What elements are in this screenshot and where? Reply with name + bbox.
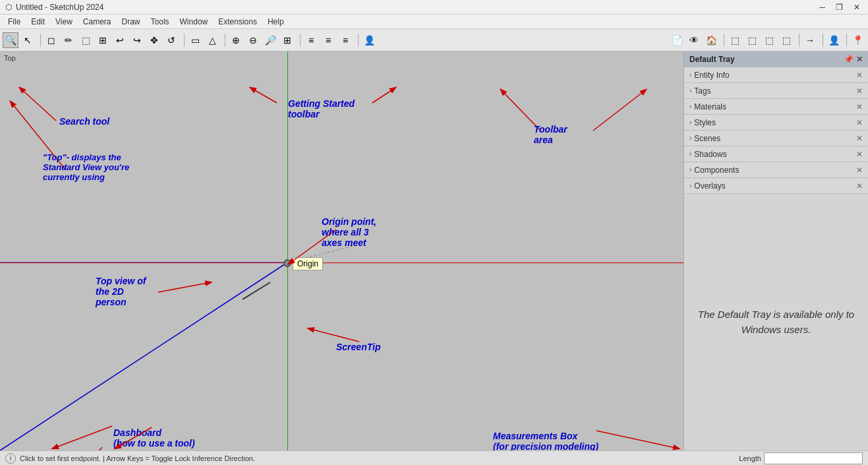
new-doc-button[interactable]: 📄: [669, 32, 685, 48]
menu-help[interactable]: Help: [262, 16, 289, 28]
person-button[interactable]: 👤: [361, 32, 377, 48]
title-bar-right: ─ ❐ ✕: [817, 3, 863, 12]
tray-shadows[interactable]: › Shadows ✕: [684, 146, 868, 162]
search-tool-button[interactable]: 🔍: [3, 32, 18, 48]
info-icon[interactable]: i: [5, 453, 16, 464]
zoom-in-icon: ⊕: [232, 35, 240, 46]
measurements-input[interactable]: [764, 452, 863, 464]
section1-button[interactable]: ⊞: [279, 32, 295, 48]
zoom-out-button[interactable]: ⊖: [245, 32, 261, 48]
chevron-right-icon-5: ›: [689, 135, 691, 142]
toolbar-separator-3: [223, 34, 225, 47]
tray-tags-close[interactable]: ✕: [856, 86, 863, 96]
pushpull-icon: ⊞: [99, 35, 107, 46]
rotate-button[interactable]: ↺: [163, 32, 179, 48]
tray-close-button[interactable]: ✕: [856, 55, 863, 64]
arrow-icon: →: [805, 35, 815, 46]
screentip-label: ScreenTip: [336, 342, 380, 352]
person-icon: 👤: [364, 35, 375, 46]
tray-overlays[interactable]: › Overlays ✕: [684, 178, 868, 194]
canvas-area[interactable]: Top Origin: [0, 51, 683, 450]
box4-icon: ⬚: [782, 35, 791, 46]
layer1-button[interactable]: ≡: [303, 32, 319, 48]
svg-line-19: [596, 431, 679, 449]
pencil-button[interactable]: ✏: [61, 32, 76, 48]
box1-button[interactable]: ⬚: [727, 32, 743, 48]
tray-components-close[interactable]: ✕: [856, 166, 863, 175]
arrow-button[interactable]: →: [802, 32, 818, 48]
menu-window[interactable]: Window: [175, 16, 214, 28]
tray-info-text: The Default Tray is available only to Wi…: [684, 194, 868, 450]
tray-pin-button[interactable]: 📌: [844, 55, 854, 64]
tray-scenes-close[interactable]: ✕: [856, 134, 863, 143]
zoom-window-button[interactable]: 🔎: [262, 32, 278, 48]
status-text: Click to set first endpoint. | Arrow Key…: [20, 454, 739, 462]
view-button[interactable]: 👁: [686, 32, 702, 48]
pin-button[interactable]: 📍: [850, 32, 865, 48]
chevron-right-icon-7: ›: [689, 166, 691, 173]
layer2-button[interactable]: ≡: [320, 32, 336, 48]
select-icon: ↖: [24, 35, 32, 46]
toolbar-separator-5: [356, 34, 359, 47]
box4-button[interactable]: ⬚: [778, 32, 794, 48]
box2-button[interactable]: ⬚: [744, 32, 760, 48]
tray-section-styles-label: Styles: [694, 118, 716, 127]
svg-line-13: [308, 328, 359, 342]
redo-button[interactable]: ↪: [129, 32, 145, 48]
origin-screentip: Origin: [293, 257, 323, 270]
toolbar-area-label: Toolbararea: [534, 124, 567, 145]
tray-styles[interactable]: › Styles ✕: [684, 115, 868, 131]
chevron-right-icon-6: ›: [689, 150, 691, 158]
triangle-icon: △: [209, 35, 216, 46]
tray-entity-info[interactable]: › Entity Info ✕: [684, 67, 868, 83]
menu-edit[interactable]: Edit: [26, 16, 50, 28]
triangle-button[interactable]: △: [204, 32, 220, 48]
toolbar-separator-9: [844, 34, 847, 47]
tray-scenes[interactable]: › Scenes ✕: [684, 131, 868, 146]
tray-materials[interactable]: › Materials ✕: [684, 99, 868, 115]
layer3-button[interactable]: ≡: [337, 32, 353, 48]
svg-line-4: [243, 282, 270, 299]
person2-button[interactable]: 👤: [826, 32, 842, 48]
home-button[interactable]: 🏠: [703, 32, 719, 48]
chevron-right-icon-8: ›: [689, 182, 691, 189]
pushpull-button[interactable]: ⊞: [95, 32, 111, 48]
rect2-button[interactable]: ▭: [187, 32, 203, 48]
undo-button[interactable]: ↩: [112, 32, 128, 48]
eraser-button[interactable]: ◻: [43, 32, 59, 48]
menu-file[interactable]: File: [3, 16, 26, 28]
tray-section-materials-label: Materials: [694, 102, 726, 111]
menu-camera[interactable]: Camera: [78, 16, 117, 28]
tray-section-entity-info-label: Entity Info: [694, 71, 729, 80]
tray-shadows-close[interactable]: ✕: [856, 150, 863, 159]
measurements-label: Length: [739, 454, 761, 462]
tray-header: Default Tray 📌 ✕: [684, 51, 868, 67]
tray-overlays-close[interactable]: ✕: [856, 181, 863, 191]
chevron-right-icon: ›: [689, 71, 691, 78]
move-icon: ✥: [150, 35, 158, 46]
zoom-in-button[interactable]: ⊕: [228, 32, 244, 48]
menu-tools[interactable]: Tools: [146, 16, 175, 28]
measurements-box-label: Measurements Box(for precision modeling): [493, 431, 598, 450]
main-area: Top Origin: [0, 51, 868, 450]
home-icon: 🏠: [706, 35, 717, 46]
restore-button[interactable]: ❐: [833, 3, 846, 12]
close-button[interactable]: ✕: [851, 3, 863, 12]
minimize-button[interactable]: ─: [817, 3, 828, 12]
box3-button[interactable]: ⬚: [761, 32, 777, 48]
standard-view-label: "Top"- displays theStandard View you'rec…: [43, 152, 129, 182]
select-tool-button[interactable]: ↖: [20, 32, 36, 48]
tray-styles-close[interactable]: ✕: [856, 118, 863, 127]
chevron-right-icon-2: ›: [689, 87, 691, 94]
toolbar: 🔍 ↖ ◻ ✏ ⬚ ⊞ ↩ ↪ ✥ ↺ ▭ △ ⊕ ⊖ 🔎 ⊞ ≡ ≡ ≡ 👤 …: [0, 29, 868, 51]
menu-draw[interactable]: Draw: [117, 16, 146, 28]
tray-materials-close[interactable]: ✕: [856, 102, 863, 111]
menu-view[interactable]: View: [50, 16, 78, 28]
eraser-icon: ◻: [47, 35, 55, 46]
tray-entity-info-close[interactable]: ✕: [856, 71, 863, 80]
menu-extensions[interactable]: Extensions: [213, 16, 262, 28]
move-button[interactable]: ✥: [146, 32, 162, 48]
tray-components[interactable]: › Components ✕: [684, 162, 868, 178]
tray-tags[interactable]: › Tags ✕: [684, 83, 868, 99]
rectangle-button[interactable]: ⬚: [78, 32, 94, 48]
